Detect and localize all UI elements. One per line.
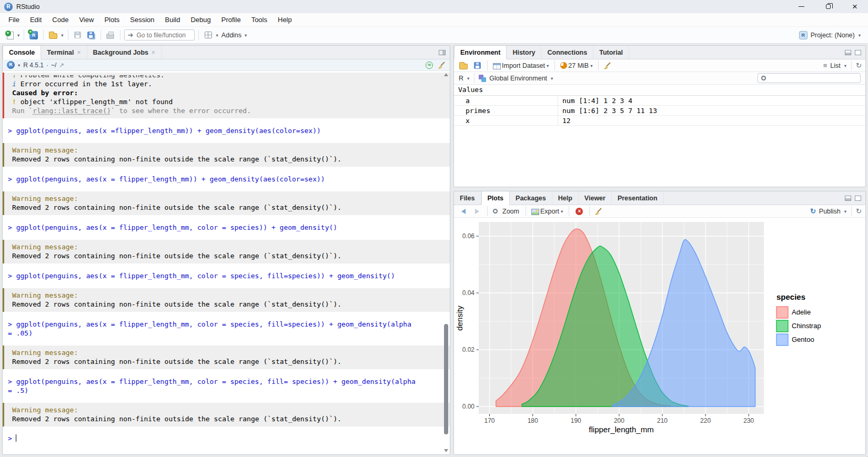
menu-item-file[interactable]: File: [3, 14, 25, 26]
tab-tutorial[interactable]: Tutorial: [593, 46, 629, 59]
environment-caret-icon[interactable]: ▾: [550, 76, 553, 81]
menu-item-profile[interactable]: Profile: [216, 14, 246, 26]
console-command: > ggplot(penguins, aes(x = flipper_lengt…: [8, 320, 440, 338]
goto-file-function-box[interactable]: ➔: [124, 29, 195, 40]
environment-search-box[interactable]: [758, 73, 861, 83]
tab-console[interactable]: Console: [3, 46, 41, 59]
object-value: 12: [558, 117, 571, 125]
menu-item-debug[interactable]: Debug: [185, 14, 216, 26]
save-button[interactable]: [72, 29, 84, 42]
import-dataset-button[interactable]: Import Dataset ▾: [492, 59, 550, 72]
console-scrollbar[interactable]: [443, 72, 449, 453]
clear-console-broom-icon[interactable]: [437, 61, 446, 69]
menu-item-plots[interactable]: Plots: [99, 14, 125, 26]
import-dataset-icon: [493, 63, 501, 69]
session-suspend-icon: ∞: [426, 62, 433, 69]
refresh-icon[interactable]: ↻: [856, 62, 862, 69]
maximize-pane-icon[interactable]: [855, 196, 861, 201]
window-minimize-button[interactable]: [798, 3, 805, 11]
pane-layout-caret-icon[interactable]: ▾: [216, 33, 219, 38]
minimize-pane-icon[interactable]: [845, 196, 851, 201]
addins-button[interactable]: Addins: [220, 32, 243, 39]
tab-files[interactable]: Files: [454, 191, 481, 205]
open-file-caret-icon[interactable]: ▾: [60, 33, 64, 38]
publish-caret-icon[interactable]: ▾: [844, 209, 847, 214]
plot-svg: 1701801902002102202300.000.020.040.06fli…: [455, 218, 865, 454]
scrollbar-thumb[interactable]: [444, 324, 448, 434]
environment-row[interactable]: x12: [454, 116, 865, 126]
pane-layout-button[interactable]: [203, 29, 214, 42]
scroll-down-arrow-icon[interactable]: [444, 449, 448, 452]
menu-item-tools[interactable]: Tools: [246, 14, 272, 26]
tab-packages[interactable]: Packages: [510, 191, 552, 205]
tab-plots[interactable]: Plots: [481, 191, 510, 205]
language-caret-icon[interactable]: ▾: [467, 76, 470, 81]
minimize-pane-icon[interactable]: [845, 50, 851, 55]
console-panel: Console Terminal× Background Jobs× R ▾ R…: [2, 45, 450, 455]
tab-help[interactable]: Help: [552, 191, 579, 205]
window-restore-button[interactable]: [824, 3, 832, 11]
r-version-icon: R: [7, 61, 15, 69]
menu-item-code[interactable]: Code: [47, 14, 74, 26]
load-workspace-button[interactable]: [458, 59, 469, 72]
console-warning-block: Warning message:Removed 2 rows containin…: [3, 346, 450, 369]
new-project-button[interactable]: R: [28, 29, 39, 42]
previous-plot-button[interactable]: [458, 205, 469, 218]
publish-button[interactable]: Publish: [818, 208, 842, 215]
console-command: > ggplot(penguins, aes(x = flipper_lengt…: [8, 223, 440, 232]
addins-caret-icon[interactable]: ▾: [244, 33, 247, 38]
tab-terminal[interactable]: Terminal×: [41, 46, 87, 59]
menu-item-build[interactable]: Build: [160, 14, 186, 26]
menu-item-help[interactable]: Help: [272, 14, 297, 26]
values-section-header: Values: [454, 85, 865, 96]
memory-usage-button[interactable]: 27 MiB ▾: [559, 59, 594, 72]
scroll-up-arrow-icon[interactable]: [444, 73, 448, 76]
open-directory-icon[interactable]: ↗: [59, 62, 64, 69]
zoom-icon: [493, 209, 498, 214]
menu-item-edit[interactable]: Edit: [25, 14, 47, 26]
maximize-pane-icon[interactable]: [439, 50, 446, 55]
open-file-button[interactable]: [47, 29, 59, 42]
tab-connections[interactable]: Connections: [541, 46, 593, 59]
goto-arrow-icon: ➔: [128, 31, 134, 39]
svg-text:Adelie: Adelie: [792, 308, 811, 316]
tab-history[interactable]: History: [507, 46, 541, 59]
tab-presentation[interactable]: Presentation: [612, 191, 664, 205]
maximize-pane-icon[interactable]: [855, 50, 861, 55]
zoom-plot-button[interactable]: Zoom: [492, 205, 521, 218]
menu-item-view[interactable]: View: [74, 14, 99, 26]
print-button[interactable]: [105, 29, 116, 42]
menu-item-session[interactable]: Session: [125, 14, 159, 26]
console-prompt[interactable]: >: [8, 434, 440, 443]
new-file-button[interactable]: [4, 29, 15, 42]
view-mode-caret-icon[interactable]: ▾: [844, 63, 847, 68]
r-version-caret-icon[interactable]: ▾: [17, 63, 21, 68]
environment-selector[interactable]: Global Environment: [488, 75, 548, 82]
language-selector[interactable]: R: [458, 75, 465, 82]
environment-row[interactable]: anum [1:4] 1 2 3 4: [454, 96, 865, 106]
save-all-button[interactable]: [85, 29, 97, 42]
goto-file-function-input[interactable]: [136, 32, 190, 39]
svg-text:0.00: 0.00: [462, 403, 475, 410]
refresh-plot-icon[interactable]: ↻: [856, 207, 862, 215]
clear-environment-broom-icon[interactable]: [603, 62, 611, 70]
tab-environment[interactable]: Environment: [454, 46, 507, 59]
open-folder-icon: [49, 33, 57, 39]
console-output[interactable]: ! Problem while computing aesthetics.i E…: [3, 71, 450, 454]
window-close-button[interactable]: ×: [851, 3, 859, 11]
tab-background-jobs[interactable]: Background Jobs×: [87, 46, 162, 59]
new-file-caret-icon[interactable]: ▾: [17, 33, 20, 38]
environment-row[interactable]: primesnum [1:6] 2 3 5 7 11 13: [454, 106, 865, 116]
close-tab-icon[interactable]: ×: [152, 49, 155, 56]
project-selector[interactable]: R Project: (None) ▾: [799, 31, 864, 39]
list-view-icon: ≡: [823, 62, 827, 69]
remove-plot-button[interactable]: ×: [573, 205, 585, 218]
view-mode-button[interactable]: List: [829, 62, 841, 69]
tab-viewer[interactable]: Viewer: [579, 191, 612, 205]
save-workspace-button[interactable]: [471, 59, 483, 72]
clear-all-plots-broom-icon[interactable]: [594, 207, 602, 216]
next-plot-button[interactable]: [471, 205, 483, 218]
export-plot-button[interactable]: Export ▾: [530, 205, 564, 218]
environment-search-input[interactable]: [769, 75, 857, 82]
close-tab-icon[interactable]: ×: [77, 49, 80, 56]
